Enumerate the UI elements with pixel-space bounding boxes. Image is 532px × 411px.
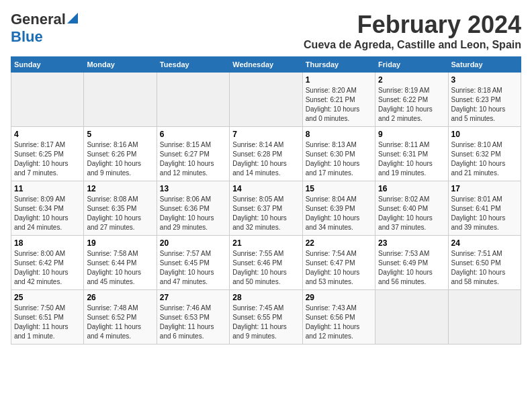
day-number: 20 bbox=[160, 238, 226, 248]
calendar-cell: 2Sunrise: 8:19 AMSunset: 6:22 PMDaylight… bbox=[375, 73, 448, 127]
day-number: 14 bbox=[232, 184, 299, 193]
calendar-week-row: 1Sunrise: 8:20 AMSunset: 6:21 PMDaylight… bbox=[11, 73, 521, 127]
day-number: 17 bbox=[451, 184, 518, 193]
calendar-cell: 20Sunrise: 7:57 AMSunset: 6:45 PMDayligh… bbox=[157, 236, 229, 290]
calendar-cell: 4Sunrise: 8:17 AMSunset: 6:25 PMDaylight… bbox=[11, 127, 84, 181]
day-number: 27 bbox=[160, 293, 226, 302]
calendar-header-row: SundayMondayTuesdayWednesdayThursdayFrid… bbox=[11, 57, 521, 73]
calendar-cell: 8Sunrise: 8:13 AMSunset: 6:30 PMDaylight… bbox=[302, 127, 375, 181]
day-number: 26 bbox=[87, 293, 153, 302]
day-info: Sunrise: 8:11 AMSunset: 6:31 PMDaylight:… bbox=[378, 140, 445, 178]
calendar-week-row: 25Sunrise: 7:50 AMSunset: 6:51 PMDayligh… bbox=[11, 290, 521, 345]
calendar-cell: 16Sunrise: 8:02 AMSunset: 6:40 PMDayligh… bbox=[375, 181, 448, 236]
day-info: Sunrise: 8:17 AMSunset: 6:25 PMDaylight:… bbox=[14, 140, 81, 178]
day-number: 7 bbox=[232, 130, 299, 139]
day-info: Sunrise: 8:00 AMSunset: 6:42 PMDaylight:… bbox=[14, 249, 81, 287]
calendar-cell bbox=[11, 73, 84, 127]
day-info: Sunrise: 8:16 AMSunset: 6:26 PMDaylight:… bbox=[87, 140, 153, 178]
day-number: 18 bbox=[14, 238, 81, 248]
calendar-cell: 3Sunrise: 8:18 AMSunset: 6:23 PMDaylight… bbox=[448, 73, 521, 127]
day-number: 8 bbox=[306, 130, 372, 139]
calendar-week-row: 4Sunrise: 8:17 AMSunset: 6:25 PMDaylight… bbox=[11, 127, 521, 181]
day-number: 15 bbox=[306, 184, 372, 193]
day-info: Sunrise: 7:50 AMSunset: 6:51 PMDaylight:… bbox=[14, 304, 81, 341]
calendar-cell: 29Sunrise: 7:43 AMSunset: 6:56 PMDayligh… bbox=[302, 290, 375, 345]
calendar-cell: 22Sunrise: 7:54 AMSunset: 6:47 PMDayligh… bbox=[302, 236, 375, 290]
header: General Blue February 2024 Cueva de Agre… bbox=[11, 11, 521, 51]
day-info: Sunrise: 7:54 AMSunset: 6:47 PMDaylight:… bbox=[306, 249, 372, 287]
day-info: Sunrise: 8:09 AMSunset: 6:34 PMDaylight:… bbox=[14, 195, 81, 232]
day-number: 25 bbox=[14, 293, 81, 302]
calendar-cell bbox=[448, 290, 521, 345]
day-of-week-header: Sunday bbox=[11, 57, 84, 73]
calendar-cell: 26Sunrise: 7:48 AMSunset: 6:52 PMDayligh… bbox=[84, 290, 157, 345]
calendar-cell bbox=[230, 73, 302, 127]
calendar-cell: 1Sunrise: 8:20 AMSunset: 6:21 PMDaylight… bbox=[302, 73, 375, 127]
day-info: Sunrise: 8:08 AMSunset: 6:35 PMDaylight:… bbox=[87, 195, 153, 232]
day-number: 1 bbox=[306, 75, 372, 85]
calendar-cell: 21Sunrise: 7:55 AMSunset: 6:46 PMDayligh… bbox=[230, 236, 302, 290]
calendar-cell bbox=[157, 73, 229, 127]
day-number: 21 bbox=[232, 238, 299, 248]
calendar-cell: 5Sunrise: 8:16 AMSunset: 6:26 PMDaylight… bbox=[84, 127, 157, 181]
day-info: Sunrise: 8:14 AMSunset: 6:28 PMDaylight:… bbox=[232, 140, 299, 178]
day-number: 28 bbox=[232, 293, 299, 302]
day-info: Sunrise: 7:53 AMSunset: 6:49 PMDaylight:… bbox=[378, 249, 445, 287]
day-number: 10 bbox=[451, 130, 518, 139]
calendar-cell: 10Sunrise: 8:10 AMSunset: 6:32 PMDayligh… bbox=[448, 127, 521, 181]
calendar-table: SundayMondayTuesdayWednesdayThursdayFrid… bbox=[11, 56, 521, 345]
calendar-cell: 18Sunrise: 8:00 AMSunset: 6:42 PMDayligh… bbox=[11, 236, 84, 290]
day-info: Sunrise: 7:45 AMSunset: 6:55 PMDaylight:… bbox=[232, 304, 299, 341]
calendar-cell: 9Sunrise: 8:11 AMSunset: 6:31 PMDaylight… bbox=[375, 127, 448, 181]
svg-marker-0 bbox=[67, 13, 78, 24]
calendar-cell: 15Sunrise: 8:04 AMSunset: 6:39 PMDayligh… bbox=[302, 181, 375, 236]
calendar-cell: 7Sunrise: 8:14 AMSunset: 6:28 PMDaylight… bbox=[230, 127, 302, 181]
day-number: 22 bbox=[306, 238, 372, 248]
calendar-cell: 27Sunrise: 7:46 AMSunset: 6:53 PMDayligh… bbox=[157, 290, 229, 345]
day-info: Sunrise: 8:19 AMSunset: 6:22 PMDaylight:… bbox=[378, 86, 445, 124]
day-of-week-header: Tuesday bbox=[157, 57, 229, 73]
day-number: 2 bbox=[378, 75, 445, 85]
day-info: Sunrise: 8:20 AMSunset: 6:21 PMDaylight:… bbox=[306, 86, 372, 124]
calendar-cell: 12Sunrise: 8:08 AMSunset: 6:35 PMDayligh… bbox=[84, 181, 157, 236]
day-number: 5 bbox=[87, 130, 153, 139]
day-of-week-header: Thursday bbox=[302, 57, 375, 73]
calendar-cell: 14Sunrise: 8:05 AMSunset: 6:37 PMDayligh… bbox=[230, 181, 302, 236]
logo: General Blue bbox=[11, 11, 78, 46]
month-title: February 2024 bbox=[304, 11, 521, 39]
day-number: 13 bbox=[160, 184, 226, 193]
calendar-cell: 11Sunrise: 8:09 AMSunset: 6:34 PMDayligh… bbox=[11, 181, 84, 236]
day-of-week-header: Saturday bbox=[448, 57, 521, 73]
day-info: Sunrise: 7:51 AMSunset: 6:50 PMDaylight:… bbox=[451, 249, 518, 287]
day-of-week-header: Monday bbox=[84, 57, 157, 73]
day-info: Sunrise: 7:48 AMSunset: 6:52 PMDaylight:… bbox=[87, 304, 153, 341]
calendar-cell: 25Sunrise: 7:50 AMSunset: 6:51 PMDayligh… bbox=[11, 290, 84, 345]
day-info: Sunrise: 8:18 AMSunset: 6:23 PMDaylight:… bbox=[451, 86, 518, 124]
day-number: 3 bbox=[451, 75, 518, 85]
calendar-cell: 23Sunrise: 7:53 AMSunset: 6:49 PMDayligh… bbox=[375, 236, 448, 290]
calendar-cell: 28Sunrise: 7:45 AMSunset: 6:55 PMDayligh… bbox=[230, 290, 302, 345]
day-number: 6 bbox=[160, 130, 226, 139]
logo-triangle-icon bbox=[67, 13, 78, 24]
day-number: 16 bbox=[378, 184, 445, 193]
day-info: Sunrise: 8:15 AMSunset: 6:27 PMDaylight:… bbox=[160, 140, 226, 178]
day-number: 12 bbox=[87, 184, 153, 193]
calendar-cell bbox=[375, 290, 448, 345]
calendar-cell bbox=[84, 73, 157, 127]
location-subtitle: Cueva de Agreda, Castille and Leon, Spai… bbox=[304, 39, 521, 51]
day-info: Sunrise: 7:57 AMSunset: 6:45 PMDaylight:… bbox=[160, 249, 226, 287]
day-info: Sunrise: 8:06 AMSunset: 6:36 PMDaylight:… bbox=[160, 195, 226, 232]
day-info: Sunrise: 8:05 AMSunset: 6:37 PMDaylight:… bbox=[232, 195, 299, 232]
day-info: Sunrise: 7:43 AMSunset: 6:56 PMDaylight:… bbox=[306, 304, 372, 341]
day-number: 9 bbox=[378, 130, 445, 139]
day-of-week-header: Wednesday bbox=[230, 57, 302, 73]
day-info: Sunrise: 7:46 AMSunset: 6:53 PMDaylight:… bbox=[160, 304, 226, 341]
calendar-cell: 13Sunrise: 8:06 AMSunset: 6:36 PMDayligh… bbox=[157, 181, 229, 236]
day-number: 11 bbox=[14, 184, 81, 193]
logo-blue-text: Blue bbox=[11, 28, 43, 46]
calendar-cell: 19Sunrise: 7:58 AMSunset: 6:44 PMDayligh… bbox=[84, 236, 157, 290]
day-number: 24 bbox=[451, 238, 518, 248]
calendar-cell: 24Sunrise: 7:51 AMSunset: 6:50 PMDayligh… bbox=[448, 236, 521, 290]
calendar-week-row: 18Sunrise: 8:00 AMSunset: 6:42 PMDayligh… bbox=[11, 236, 521, 290]
logo-general-text: General bbox=[11, 11, 66, 28]
